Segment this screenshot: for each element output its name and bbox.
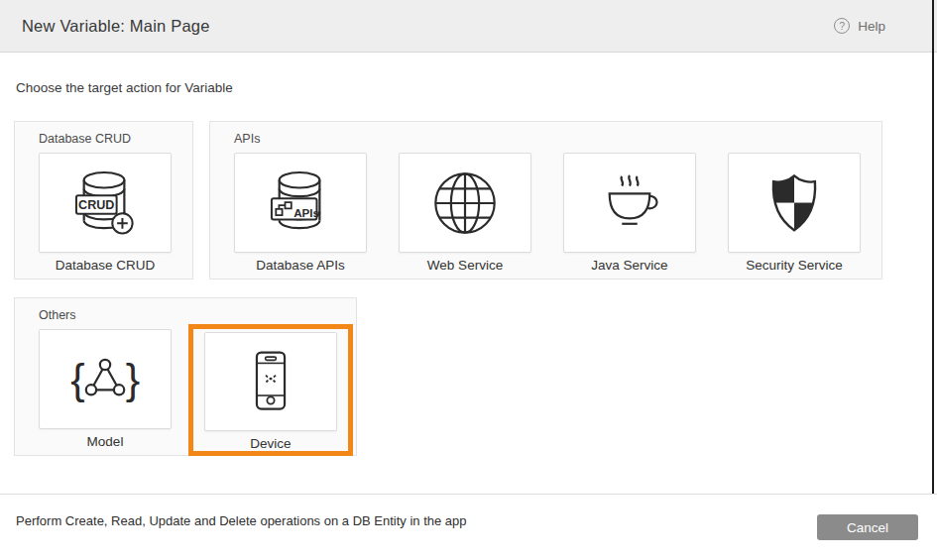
dialog-header: New Variable: Main Page ? Help — [0, 0, 937, 53]
database-apis-icon: APIs — [270, 168, 331, 238]
help-button[interactable]: ? Help — [834, 18, 885, 34]
footer-bar: Perform Create, Read, Update and Delete … — [0, 494, 937, 560]
card-label: Web Service — [427, 258, 503, 273]
dialog-title: New Variable: Main Page — [22, 17, 210, 36]
card-database-apis[interactable]: APIs — [234, 153, 367, 253]
card-label: Model — [87, 434, 124, 449]
selected-highlight: { } Device — [188, 324, 353, 456]
group-others: Others { } Model — [14, 297, 357, 456]
card-label: Database APIs — [256, 258, 344, 273]
prompt-text: Choose the target action for Variable — [16, 80, 233, 95]
shield-icon — [764, 171, 824, 235]
mobile-device-icon: { } — [242, 349, 299, 414]
card-label: Device — [250, 436, 291, 451]
card-security-service[interactable] — [728, 153, 861, 253]
group-label: Database CRUD — [39, 132, 131, 146]
window-edge-border — [932, 0, 934, 560]
card-label: Database CRUD — [56, 258, 156, 273]
group-label: Others — [39, 308, 76, 322]
svg-text:CRUD: CRUD — [78, 198, 114, 212]
card-label: Java Service — [591, 258, 667, 273]
svg-text:{: { — [70, 355, 84, 402]
card-device[interactable]: { } — [204, 332, 337, 431]
group-apis: APIs APIs Database APIs — [209, 121, 882, 280]
model-graph-icon: { } — [69, 350, 141, 409]
card-item-device: { } Device — [204, 332, 337, 451]
group-label: APIs — [234, 132, 260, 146]
cancel-button[interactable]: Cancel — [817, 514, 918, 540]
card-database-crud[interactable]: CRUD — [39, 153, 172, 253]
card-item-security-service: Security Service — [728, 153, 861, 273]
svg-text:}: } — [126, 355, 140, 402]
globe-icon — [432, 170, 498, 236]
group-database-crud: Database CRUD CRUD Database CRUD — [14, 121, 193, 280]
help-label: Help — [858, 19, 885, 34]
card-label: Security Service — [746, 258, 843, 273]
card-item-java-service: Java Service — [563, 153, 696, 273]
card-item-model: { } Model — [39, 329, 172, 449]
coffee-cup-icon — [598, 174, 661, 232]
svg-text:APIs: APIs — [293, 205, 319, 218]
card-java-service[interactable] — [563, 153, 696, 253]
database-crud-icon: CRUD — [74, 168, 136, 238]
card-item-web-service: Web Service — [399, 153, 531, 273]
card-model[interactable]: { } — [39, 329, 172, 429]
card-item-database-crud: CRUD Database CRUD — [39, 153, 172, 273]
selection-description: Perform Create, Read, Update and Delete … — [16, 513, 467, 528]
help-icon: ? — [834, 18, 850, 34]
card-item-database-apis: APIs Database APIs — [234, 153, 367, 273]
card-web-service[interactable] — [399, 153, 531, 253]
